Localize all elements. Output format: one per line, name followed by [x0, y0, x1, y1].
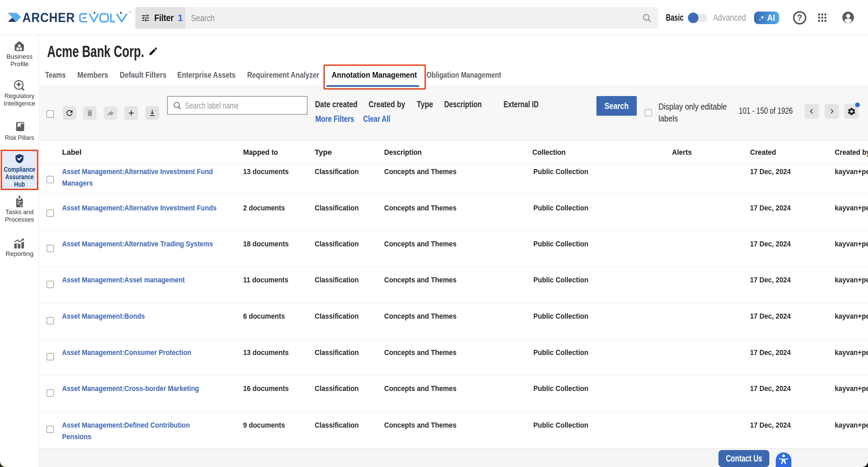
svg-text:?: ?	[797, 13, 802, 22]
svg-text:™: ™	[128, 11, 132, 14]
